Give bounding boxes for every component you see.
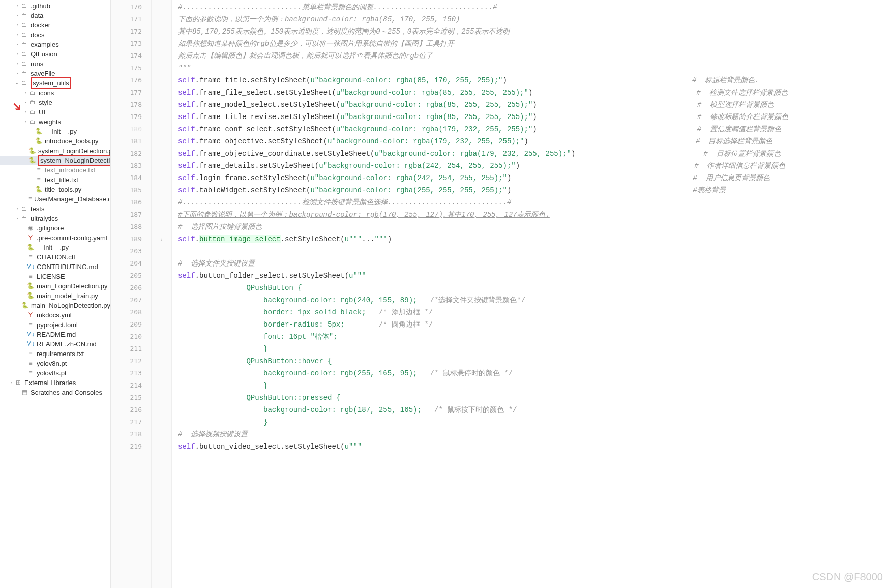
tree-item-yolov8n-pt[interactable]: ≡yolov8n.pt <box>0 359 110 368</box>
tree-item-tests[interactable]: ›🗀tests <box>0 204 110 214</box>
fold-marker[interactable] <box>152 209 171 221</box>
tree-item-README-md[interactable]: M↓README.md <box>0 330 110 339</box>
code-line[interactable]: self.button_image_select.setStyleSheet(u… <box>178 233 893 245</box>
fold-marker[interactable] <box>152 111 171 123</box>
code-line[interactable]: self.frame_title_revise.setStyleSheet(u"… <box>178 111 893 123</box>
fold-marker[interactable] <box>152 367 171 379</box>
fold-marker[interactable] <box>152 392 171 404</box>
code-line[interactable]: 其中85,170,255表示颜色。150表示透明度，透明度的范围为0～255，0… <box>178 25 893 38</box>
tree-item-main-model-train-py[interactable]: 🐍main_model_train.py <box>0 291 110 301</box>
code-line[interactable]: self.frame_objective_coordinate.setStyle… <box>178 148 893 160</box>
tree-item-pyproject-toml[interactable]: ≡pyproject.toml <box>0 320 110 330</box>
code-line[interactable]: # 选择文件夹按键设置 <box>178 257 893 270</box>
tree-item-README-zh-CN-md[interactable]: M↓README.zh-CN.md <box>0 339 110 349</box>
fold-marker[interactable] <box>152 184 171 196</box>
code-line[interactable]: self.frame_file_select.setStyleSheet(u"b… <box>178 86 893 99</box>
code-line[interactable]: background-color: rgb(187, 255, 165); /*… <box>178 404 893 416</box>
tree-item-runs[interactable]: ›🗀runs <box>0 59 110 69</box>
fold-marker[interactable] <box>152 355 171 367</box>
tree-item-Scratches-and-Consoles[interactable]: ▤Scratches and Consoles <box>0 388 110 397</box>
code-line[interactable]: self.tableWidget.setStyleSheet(u"backgro… <box>178 184 893 196</box>
code-line[interactable]: #............................菜单栏背景颜色的调整.… <box>178 1 893 13</box>
fold-marker[interactable] <box>152 123 171 135</box>
tree-item-text-title-txt[interactable]: ≡text_title.txt <box>0 175 110 185</box>
fold-marker[interactable] <box>152 50 171 62</box>
code-line[interactable]: """ <box>178 62 893 74</box>
fold-marker[interactable] <box>152 62 171 74</box>
fold-marker[interactable] <box>152 221 171 233</box>
fold-marker[interactable] <box>152 1 171 13</box>
code-editor[interactable]: ➔ #............................菜单栏背景颜色的调… <box>172 0 893 588</box>
code-line[interactable]: } <box>178 343 893 355</box>
tree-item-system-utils[interactable]: ⌄🗀system_utils <box>0 78 110 88</box>
tree-item-ultralytics[interactable]: ›🗀ultralytics <box>0 214 110 223</box>
fold-marker[interactable] <box>152 440 171 453</box>
tree-item-data[interactable]: ›🗀data <box>0 11 110 20</box>
code-line[interactable]: self.frame_title.setStyleSheet(u"backgro… <box>178 74 893 86</box>
fold-marker[interactable] <box>152 257 171 270</box>
fold-column[interactable]: › <box>152 0 172 588</box>
tree-item---init---py[interactable]: 🐍__init__.py <box>0 127 110 136</box>
tree-item-docs[interactable]: ›🗀docs <box>0 30 110 40</box>
code-line[interactable]: QPushButton::hover { <box>178 355 893 367</box>
tree-item-UserManager-Database-db[interactable]: ≡UserManager_Database.db <box>0 194 110 204</box>
fold-marker[interactable] <box>152 245 171 257</box>
code-line[interactable]: 下面的参数说明，以第一个为例：background-color: rgba(85… <box>178 13 893 25</box>
code-line[interactable]: } <box>178 379 893 392</box>
code-line[interactable]: self.button_video_select.setStyleSheet(u… <box>178 440 893 453</box>
tree-item--pre-commit-config-yaml[interactable]: Y.pre-commit-config.yaml <box>0 233 110 243</box>
project-tree-sidebar[interactable]: ›🗀.github›🗀data›🗀docker›🗀docs›🗀examples›… <box>0 0 111 588</box>
fold-marker[interactable]: › <box>152 233 171 245</box>
code-line[interactable]: font: 16pt "楷体"; <box>178 331 893 343</box>
tree-item-yolov8s-pt[interactable]: ≡yolov8s.pt <box>0 368 110 378</box>
code-line[interactable] <box>178 245 893 257</box>
code-line[interactable]: self.button_folder_select.setStyleSheet(… <box>178 270 893 282</box>
fold-marker[interactable] <box>152 379 171 392</box>
fold-marker[interactable] <box>152 343 171 355</box>
code-line[interactable]: background-color: rgb(255, 165, 95); /* … <box>178 367 893 379</box>
tree-item--github[interactable]: ›🗀.github <box>0 1 110 11</box>
fold-marker[interactable] <box>152 306 171 318</box>
code-line[interactable]: # 选择视频按键设置 <box>178 428 893 440</box>
code-line[interactable]: self.frame_conf_select.setStyleSheet(u"b… <box>178 123 893 135</box>
code-line[interactable]: background-color: rgb(240, 155, 89); /*选… <box>178 294 893 306</box>
tree-item-docker[interactable]: ›🗀docker <box>0 20 110 30</box>
fold-marker[interactable] <box>152 282 171 294</box>
fold-marker[interactable] <box>152 331 171 343</box>
code-line[interactable]: #下面的参数说明，以第一个为例：background-color: rgb(17… <box>178 209 893 221</box>
tree-item-requirements-txt[interactable]: ≡requirements.txt <box>0 349 110 359</box>
fold-marker[interactable] <box>152 99 171 111</box>
tree-item-system-NoLoginDetection-py[interactable]: 🐍system_NoLoginDetection.py <box>0 156 110 165</box>
code-line[interactable]: 如果你想知道某种颜色的rgb值是多少，可以将一张图片用系统自带的【画图】工具打开 <box>178 38 893 50</box>
tree-item-CITATION-cff[interactable]: ≡CITATION.cff <box>0 252 110 262</box>
fold-marker[interactable] <box>152 13 171 25</box>
fold-marker[interactable] <box>152 38 171 50</box>
code-line[interactable]: } <box>178 416 893 428</box>
code-line[interactable]: self.login_frame.setStyleSheet(u"backgro… <box>178 172 893 184</box>
tree-item--gitignore[interactable]: ◉.gitignore <box>0 223 110 233</box>
tree-item-QtFusion[interactable]: ›🗀QtFusion <box>0 49 110 59</box>
code-line[interactable]: QPushButton::pressed { <box>178 392 893 404</box>
fold-marker[interactable] <box>152 428 171 440</box>
fold-marker[interactable] <box>152 148 171 160</box>
code-line[interactable]: border-radius: 5px; /* 圆角边框 */ <box>178 318 893 331</box>
tree-item-text-introduce-txt[interactable]: ≡text_introduce.txt <box>0 165 110 175</box>
fold-marker[interactable] <box>152 318 171 331</box>
tree-item---init---py[interactable]: 🐍__init__.py <box>0 243 110 252</box>
code-line[interactable]: 然后点击【编辑颜色】就会出现调色板，然后就可以选择查看具体颜色的rgb值了 <box>178 50 893 62</box>
tree-item-weights[interactable]: ›🗀weights <box>0 117 110 127</box>
fold-marker[interactable] <box>152 135 171 148</box>
fold-marker[interactable] <box>152 74 171 86</box>
fold-marker[interactable] <box>152 160 171 172</box>
code-line[interactable]: #............................检测文件按键背景颜色选… <box>178 196 893 209</box>
fold-marker[interactable] <box>152 404 171 416</box>
fold-marker[interactable] <box>152 196 171 209</box>
fold-marker[interactable] <box>152 416 171 428</box>
code-line[interactable]: QPushButton { <box>178 282 893 294</box>
fold-marker[interactable] <box>152 172 171 184</box>
tree-item-title-tools-py[interactable]: 🐍title_tools.py <box>0 185 110 194</box>
tree-item-icons[interactable]: ›🗀icons <box>0 88 110 98</box>
tree-item-main-LoginDetection-py[interactable]: 🐍main_LoginDetection.py <box>0 281 110 291</box>
code-line[interactable]: self.frame_objective.setStyleSheet(u"bac… <box>178 135 893 148</box>
fold-marker[interactable] <box>152 294 171 306</box>
